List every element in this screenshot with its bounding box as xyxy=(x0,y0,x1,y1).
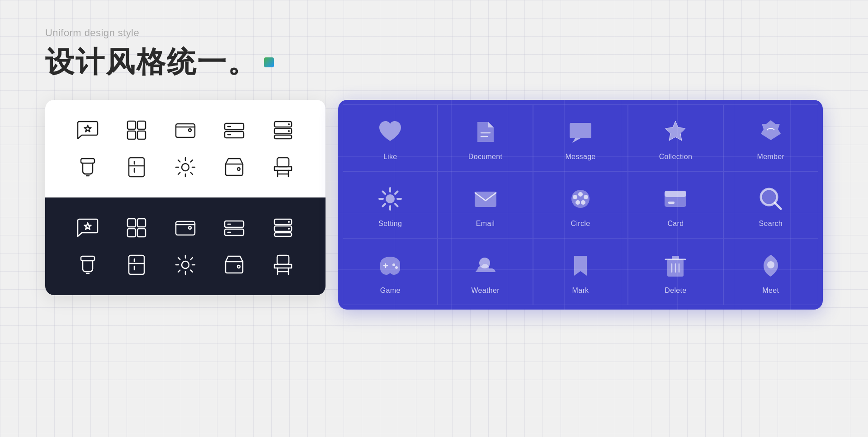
page-container: Uniform design style 设计风格统一。 xyxy=(0,0,868,337)
icon-cell-wallet-open xyxy=(214,155,254,179)
right-label-weather: Weather xyxy=(471,287,499,295)
svg-point-59 xyxy=(395,266,398,269)
svg-line-43 xyxy=(395,204,398,207)
icon-cell-storage xyxy=(263,118,303,142)
icon-cell-chat-star-dark xyxy=(68,216,108,240)
right-label-circle: Circle xyxy=(571,220,590,228)
icon-cell-wallet-open-dark xyxy=(214,253,254,277)
icon-cell-settings-dark xyxy=(165,253,205,277)
svg-line-42 xyxy=(383,192,386,194)
svg-rect-33 xyxy=(277,255,289,264)
icon-cell-wallet-dark xyxy=(165,216,205,240)
icon-cell-card-h xyxy=(214,118,254,142)
outline-icon-grid-white xyxy=(68,118,303,179)
svg-rect-19 xyxy=(137,219,146,227)
outline-icon-grid-dark xyxy=(68,216,303,277)
svg-rect-54 xyxy=(665,191,686,197)
svg-line-57 xyxy=(775,203,781,209)
right-icon-grid: Like Document M xyxy=(343,104,818,305)
right-cell-search: Search xyxy=(723,171,818,238)
icon-cell-chat-star xyxy=(68,118,108,142)
right-cell-message: Message xyxy=(533,104,628,171)
svg-rect-31 xyxy=(129,255,144,274)
right-label-like: Like xyxy=(383,153,397,161)
svg-rect-14 xyxy=(129,158,144,177)
svg-point-58 xyxy=(392,263,395,266)
title-row: 设计风格统一。 xyxy=(45,42,823,82)
title-dot-icon xyxy=(264,57,274,67)
right-label-document: Document xyxy=(468,153,502,161)
right-label-mark: Mark xyxy=(572,287,589,295)
right-cell-document: Document xyxy=(438,104,533,171)
svg-rect-22 xyxy=(176,221,195,235)
svg-rect-13 xyxy=(81,159,94,163)
right-cell-collection: Collection xyxy=(628,104,723,171)
svg-point-37 xyxy=(386,194,395,203)
icon-cell-fridge-dark xyxy=(117,253,156,277)
svg-rect-16 xyxy=(277,158,289,167)
right-label-member: Member xyxy=(757,153,784,161)
right-cell-email: Email xyxy=(438,171,533,238)
svg-point-28 xyxy=(288,221,290,223)
svg-point-50 xyxy=(584,195,588,199)
right-cell-mark: Mark xyxy=(533,238,628,305)
icon-cell-chair xyxy=(263,155,303,179)
right-cell-meet: Meet xyxy=(723,238,818,305)
subtitle: Uniform design style xyxy=(45,27,823,39)
svg-rect-5 xyxy=(176,124,195,137)
svg-rect-3 xyxy=(127,131,136,139)
svg-rect-46 xyxy=(475,192,496,207)
svg-rect-27 xyxy=(274,233,292,236)
right-label-delete: Delete xyxy=(665,287,686,295)
icon-cell-cup-dark xyxy=(68,253,108,277)
svg-marker-17 xyxy=(85,223,91,229)
right-label-meet: Meet xyxy=(762,287,779,295)
right-label-game: Game xyxy=(380,287,401,295)
svg-marker-36 xyxy=(761,120,781,140)
svg-point-49 xyxy=(578,192,583,197)
svg-rect-21 xyxy=(137,229,146,237)
right-label-card: Card xyxy=(667,220,684,228)
svg-line-45 xyxy=(383,204,386,207)
header: Uniform design style 设计风格统一。 xyxy=(45,27,823,82)
icon-cell-chair-dark xyxy=(263,253,303,277)
panels-row: Like Document M xyxy=(45,100,823,310)
svg-rect-1 xyxy=(127,121,136,129)
svg-rect-55 xyxy=(668,202,675,204)
svg-rect-34 xyxy=(570,123,591,138)
right-cell-circle: Circle xyxy=(533,171,628,238)
right-panel: Like Document M xyxy=(338,100,823,310)
svg-point-48 xyxy=(573,195,577,199)
right-label-search: Search xyxy=(759,220,783,228)
icon-cell-settings xyxy=(165,155,205,179)
svg-point-32 xyxy=(182,261,189,268)
dark-section xyxy=(45,197,326,295)
icon-cell-card-h-dark xyxy=(214,216,254,240)
left-panel xyxy=(45,100,326,295)
svg-point-12 xyxy=(288,130,290,132)
svg-rect-62 xyxy=(672,256,679,259)
icon-cell-fridge xyxy=(117,155,156,179)
svg-rect-2 xyxy=(137,121,146,129)
right-label-email: Email xyxy=(476,220,495,228)
svg-point-51 xyxy=(581,200,585,205)
right-cell-setting: Setting xyxy=(343,171,438,238)
right-label-message: Message xyxy=(565,153,595,161)
right-cell-like: Like xyxy=(343,104,438,171)
icon-cell-wallet xyxy=(165,118,205,142)
svg-rect-20 xyxy=(127,229,136,237)
right-cell-card: Card xyxy=(628,171,723,238)
right-cell-weather: Weather xyxy=(438,238,533,305)
right-cell-member: Member xyxy=(723,104,818,171)
svg-point-52 xyxy=(576,200,580,205)
right-cell-delete: Delete xyxy=(628,238,723,305)
svg-marker-0 xyxy=(85,125,91,132)
svg-marker-35 xyxy=(665,121,685,141)
svg-point-15 xyxy=(182,164,189,171)
white-section xyxy=(45,100,326,197)
icon-cell-cup xyxy=(68,155,108,179)
svg-point-29 xyxy=(288,228,290,230)
right-label-setting: Setting xyxy=(378,220,402,228)
svg-rect-4 xyxy=(137,131,146,139)
icon-cell-layout-dark xyxy=(117,216,156,240)
